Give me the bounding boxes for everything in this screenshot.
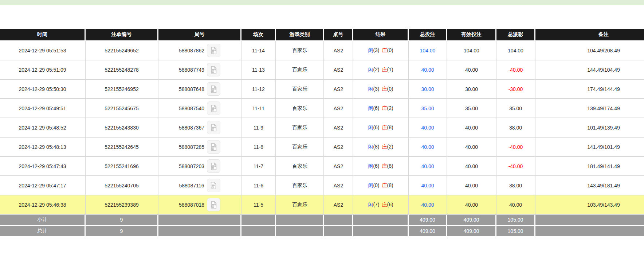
banker-result-label: 庄 xyxy=(382,182,387,188)
table-header: 时间 注单编号 局号 场次 游戏类别 桌号 结果 总投注 有效投注 总派彩 备注 xyxy=(0,29,644,41)
valid-bet: 40.00 xyxy=(447,195,496,215)
bet-time: 2024-12-29 05:46:38 xyxy=(0,195,86,215)
bet-id: 522155249652 xyxy=(86,41,158,60)
table-row: 2024-12-29 05:50:30 522155246952 5880876… xyxy=(0,80,644,99)
bet-time: 2024-12-29 05:48:52 xyxy=(0,118,86,138)
result-cell: 闲(8)庄(2) xyxy=(353,138,409,157)
round-cell: 588087116 xyxy=(158,176,242,195)
result-cell: 闲(0)庄(8) xyxy=(353,176,409,195)
table-row: 2024-12-29 05:51:53 522155249652 5880878… xyxy=(0,41,644,60)
round-id: 588087749 xyxy=(179,67,204,73)
video-replay-button[interactable] xyxy=(207,102,220,115)
game-type: 百家乐 xyxy=(276,99,324,118)
total-bet-link[interactable]: 40.00 xyxy=(421,125,434,131)
total-bet-link[interactable]: 40.00 xyxy=(421,163,434,169)
table-no: AS2 xyxy=(324,176,353,195)
player-result-score: (6) xyxy=(373,105,379,111)
col-header-payout: 总派彩 xyxy=(496,29,535,41)
subtotal-empty-game xyxy=(276,215,324,226)
video-file-icon xyxy=(210,124,218,132)
round-id: 588087116 xyxy=(179,183,204,188)
remark: 181.49/141.49 xyxy=(535,157,644,176)
banker-result-score: (8) xyxy=(387,182,393,188)
game-type: 百家乐 xyxy=(276,118,324,138)
session: 11-9 xyxy=(242,118,276,138)
video-file-icon xyxy=(210,85,218,93)
valid-bet: 104.00 xyxy=(447,41,496,60)
video-file-icon xyxy=(210,66,218,74)
round-cell: 588087367 xyxy=(158,118,242,138)
video-file-icon xyxy=(209,182,217,190)
total-bet-link[interactable]: 40.00 xyxy=(421,202,434,208)
col-header-round-id: 局号 xyxy=(158,29,242,41)
total-bet-link[interactable]: 35.00 xyxy=(421,106,434,111)
table-no: AS2 xyxy=(324,195,353,215)
total-bet-link[interactable]: 104.00 xyxy=(420,48,436,53)
video-replay-button[interactable] xyxy=(207,179,220,192)
payout: 104.00 xyxy=(496,41,535,60)
table-no: AS2 xyxy=(324,157,353,176)
col-header-bet-id: 注单编号 xyxy=(86,29,158,41)
total-empty-result xyxy=(353,226,409,237)
video-replay-button[interactable] xyxy=(207,63,220,76)
total-bet-link[interactable]: 40.00 xyxy=(421,144,434,150)
col-header-result: 结果 xyxy=(353,29,409,41)
total-bet-link[interactable]: 30.00 xyxy=(421,86,434,92)
banker-result-label: 庄 xyxy=(382,47,387,53)
round-cell: 588087862 xyxy=(158,41,242,60)
round-cell: 588087749 xyxy=(158,60,242,80)
game-type: 百家乐 xyxy=(276,41,324,60)
valid-bet: 40.00 xyxy=(447,60,496,80)
video-replay-button[interactable] xyxy=(207,121,220,134)
round-id: 588087018 xyxy=(179,202,204,208)
session: 11-6 xyxy=(242,176,276,195)
subtotal-count: 9 xyxy=(86,215,158,226)
table-no: AS2 xyxy=(324,80,353,99)
video-replay-button[interactable] xyxy=(207,82,220,96)
total-bet-link[interactable]: 40.00 xyxy=(421,183,434,188)
round-cell: 588087285 xyxy=(158,138,242,157)
bet-id: 522155243830 xyxy=(86,118,158,138)
session: 11-5 xyxy=(242,195,276,215)
player-result-label: 闲 xyxy=(368,47,373,53)
total-label: 总计 xyxy=(0,226,86,237)
remark: 174.49/144.49 xyxy=(535,80,644,99)
player-result-label: 闲 xyxy=(368,182,373,188)
table-row: 2024-12-29 05:47:43 522155241696 5880872… xyxy=(0,157,644,176)
bet-time: 2024-12-29 05:48:13 xyxy=(0,138,86,157)
game-type: 百家乐 xyxy=(276,195,324,215)
result-cell: 闲(6)庄(2) xyxy=(353,99,409,118)
banker-result-score: (0) xyxy=(387,86,393,92)
total-payout: 105.00 xyxy=(496,226,535,237)
bet-id: 522155241696 xyxy=(86,157,158,176)
video-replay-button[interactable] xyxy=(207,44,220,57)
remark: 103.49/143.49 xyxy=(535,195,644,215)
bet-time: 2024-12-29 05:50:30 xyxy=(0,80,86,99)
player-result-score: (0) xyxy=(373,182,379,188)
table-no: AS2 xyxy=(324,41,353,60)
payout: 40.00 xyxy=(496,195,535,215)
round-id: 588087285 xyxy=(179,144,204,150)
total-bet-link[interactable]: 40.00 xyxy=(421,67,434,73)
remark: 143.49/181.49 xyxy=(535,176,644,195)
video-replay-button[interactable] xyxy=(207,159,220,173)
payout: 38.00 xyxy=(496,118,535,138)
total-bet-cell: 40.00 xyxy=(409,118,447,138)
video-replay-button[interactable] xyxy=(207,140,220,154)
table-no: AS2 xyxy=(324,99,353,118)
total-bet-cell: 40.00 xyxy=(409,138,447,157)
bet-time: 2024-12-29 05:47:17 xyxy=(0,176,86,195)
remark: 144.49/104.49 xyxy=(535,60,644,80)
round-cell: 588087203 xyxy=(158,157,242,176)
round-cell: 588087540 xyxy=(158,99,242,118)
video-replay-button[interactable] xyxy=(207,198,220,211)
player-result-label: 闲 xyxy=(368,124,373,130)
table-no: AS2 xyxy=(324,118,353,138)
valid-bet: 40.00 xyxy=(447,118,496,138)
col-header-remark: 备注 xyxy=(535,29,644,41)
table-row: 2024-12-29 05:47:17 522155240705 5880871… xyxy=(0,176,644,195)
banker-result-label: 庄 xyxy=(382,67,387,72)
table-row: 2024-12-29 05:51:09 522155248278 5880877… xyxy=(0,60,644,80)
player-result-score: (3) xyxy=(373,86,379,92)
subtotal-label: 小计 xyxy=(0,215,86,226)
